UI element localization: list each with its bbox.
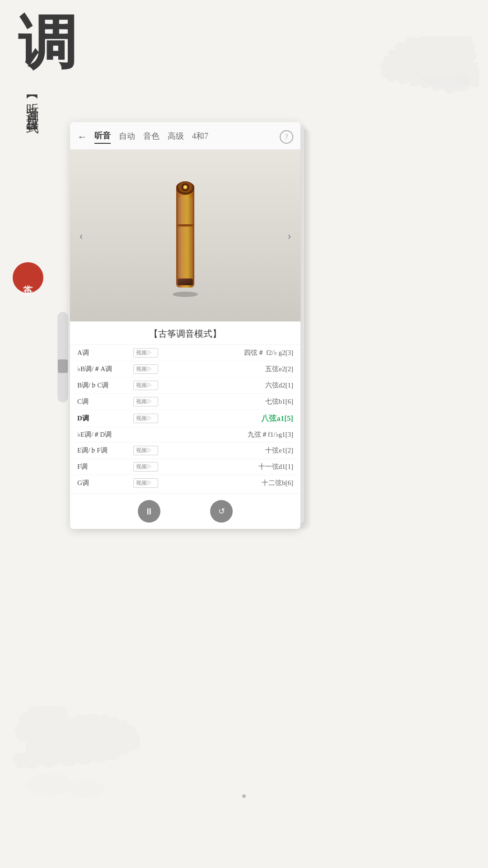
tab-advanced[interactable]: 高级 bbox=[168, 131, 184, 143]
tuning-row: ♭B调/＃A调 视频▷ 五弦e2[2] bbox=[74, 361, 297, 377]
instrument-display-area: ‹ bbox=[70, 150, 300, 321]
tuning-row: E调/♭F调 视频▷ 十弦e1[2] bbox=[74, 443, 297, 459]
slider-thumb[interactable] bbox=[58, 359, 68, 373]
tuning-note-highlighted: 八弦a1[5] bbox=[158, 413, 293, 424]
help-icon: ? bbox=[285, 133, 288, 141]
vertical-label-container: 【 听音调音模式 】 bbox=[23, 90, 41, 117]
tuning-row: ♭E调/＃D调 九弦＃f1/♭g1[3] bbox=[74, 427, 297, 443]
bracket-open: 【 bbox=[24, 90, 41, 91]
tuning-note: 十二弦b[6] bbox=[158, 479, 293, 487]
tuning-note: 七弦b1[6] bbox=[158, 397, 293, 406]
tuning-key: F调 bbox=[77, 462, 131, 471]
svg-rect-19 bbox=[177, 224, 193, 226]
tuning-key: B调/♭C调 bbox=[77, 381, 131, 390]
tab-listen[interactable]: 听音 bbox=[94, 130, 111, 144]
tuning-row: G调 视频▷ 十二弦b[6] bbox=[74, 475, 297, 491]
tuning-note: 十弦e1[2] bbox=[158, 446, 293, 455]
card-stack: ← 听音 自动 音色 高级 4和7 ? ‹ bbox=[70, 122, 314, 538]
repeat-icon: ↺ bbox=[218, 506, 225, 516]
tuning-row: C调 视频▷ 七弦b1[6] bbox=[74, 394, 297, 410]
tuning-key: ♭B调/＃A调 bbox=[77, 365, 131, 373]
tuning-row: B调/♭C调 视频▷ 六弦d2[1] bbox=[74, 377, 297, 394]
tab-auto[interactable]: 自动 bbox=[119, 131, 135, 143]
card-title: 【古筝调音模式】 bbox=[70, 321, 300, 345]
tuning-table: A调 视频▷ 四弦＃ f2/♭ g2[3] ♭B调/＃A调 视频▷ 五弦e2[2… bbox=[70, 345, 300, 493]
tuning-key: ♭E调/＃D调 bbox=[77, 430, 131, 439]
video-badge[interactable]: 视频▷ bbox=[133, 381, 158, 390]
tab-timbre[interactable]: 音色 bbox=[143, 131, 160, 143]
help-button[interactable]: ? bbox=[280, 130, 293, 144]
pause-icon: ⏸ bbox=[145, 506, 154, 517]
instrument-name: 古筝 bbox=[21, 277, 35, 278]
back-button[interactable]: ← bbox=[77, 131, 87, 143]
video-badge[interactable]: 视频▷ bbox=[133, 397, 158, 406]
tuning-note: 五弦e2[2] bbox=[158, 365, 293, 373]
tuning-key: D调 bbox=[77, 414, 131, 423]
video-badge[interactable]: 视频▷ bbox=[133, 364, 158, 374]
nav-tabs: 听音 自动 音色 高级 4和7 bbox=[94, 130, 280, 144]
card-bottom-controls: ⏸ ↺ bbox=[70, 493, 300, 529]
video-badge[interactable]: 视频▷ bbox=[133, 348, 158, 358]
tuning-key: C调 bbox=[77, 397, 131, 406]
page-indicator-dot bbox=[242, 794, 246, 798]
video-badge[interactable]: 视频▷ bbox=[133, 462, 158, 472]
instrument-badge: 古筝 bbox=[13, 262, 43, 293]
tuning-key: A调 bbox=[77, 349, 131, 357]
card-nav: ← 听音 自动 音色 高级 4和7 ? bbox=[70, 122, 300, 150]
tuning-note: 六弦d2[1] bbox=[158, 381, 293, 390]
vertical-mode-label: 听音调音模式 bbox=[23, 93, 41, 115]
svg-point-1 bbox=[68, 780, 104, 798]
tuning-note: 九弦＃f1/♭g1[3] bbox=[158, 430, 293, 439]
next-instrument-button[interactable]: › bbox=[283, 224, 296, 247]
tuning-key: G调 bbox=[77, 479, 131, 487]
svg-point-0 bbox=[27, 773, 72, 796]
side-slider[interactable] bbox=[57, 312, 68, 402]
guzheng-illustration bbox=[165, 170, 206, 301]
svg-point-7 bbox=[184, 186, 186, 188]
tuning-row: F调 视频▷ 十一弦d1[1] bbox=[74, 459, 297, 475]
tuning-note: 四弦＃ f2/♭ g2[3] bbox=[158, 349, 293, 357]
video-badge[interactable]: 视频▷ bbox=[133, 446, 158, 455]
tab-4and7[interactable]: 4和7 bbox=[192, 131, 208, 143]
cloud-decoration-bottom-left bbox=[14, 705, 140, 805]
tuning-row: A调 视频▷ 四弦＃ f2/♭ g2[3] bbox=[74, 345, 297, 361]
video-badge[interactable]: 视频▷ bbox=[133, 414, 158, 423]
tuning-key: E调/♭F调 bbox=[77, 446, 131, 455]
prev-instrument-button[interactable]: ‹ bbox=[75, 224, 88, 247]
svg-point-21 bbox=[173, 292, 198, 297]
svg-rect-20 bbox=[178, 278, 193, 285]
video-badge[interactable]: 视频▷ bbox=[133, 478, 158, 488]
cloud-decoration-top-right bbox=[380, 36, 479, 118]
pause-button[interactable]: ⏸ bbox=[138, 500, 160, 523]
tuning-note: 十一弦d1[1] bbox=[158, 462, 293, 471]
page-title-char: 调 bbox=[18, 14, 77, 72]
repeat-button[interactable]: ↺ bbox=[210, 500, 233, 523]
main-card: ← 听音 自动 音色 高级 4和7 ? ‹ bbox=[70, 122, 300, 529]
tuning-row-active: D调 视频▷ 八弦a1[5] bbox=[74, 410, 297, 427]
